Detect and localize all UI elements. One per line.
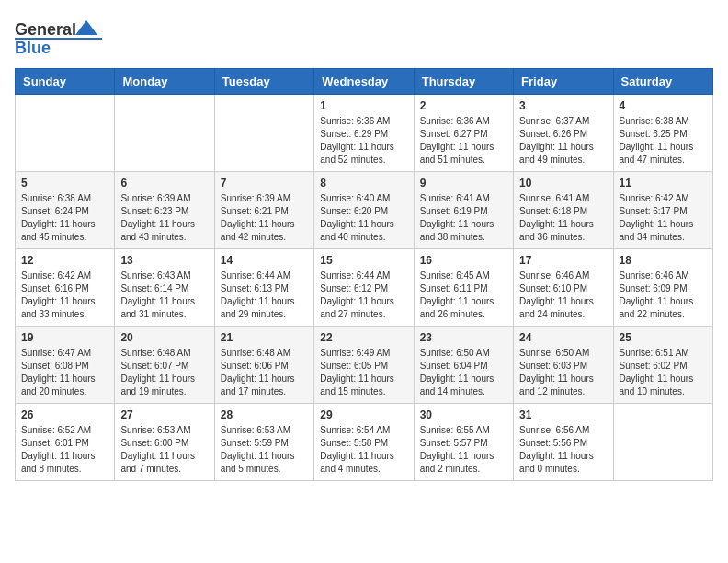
calendar-cell: 25Sunrise: 6:51 AMSunset: 6:02 PMDayligh… [613,327,712,404]
day-info: Sunrise: 6:46 AMSunset: 6:09 PMDaylight:… [620,270,707,321]
day-number: 15 [320,254,407,267]
calendar-cell: 8Sunrise: 6:40 AMSunset: 6:20 PMDaylight… [314,172,414,249]
day-info: Sunrise: 6:41 AMSunset: 6:18 PMDaylight:… [519,192,607,244]
calendar-cell [214,95,313,172]
calendar-cell: 15Sunrise: 6:44 AMSunset: 6:12 PMDayligh… [314,249,414,327]
svg-marker-1 [75,20,97,35]
day-info: Sunrise: 6:36 AMSunset: 6:27 PMDaylight:… [420,115,507,167]
day-info: Sunrise: 6:53 AMSunset: 6:00 PMDaylight:… [120,424,208,476]
day-number: 4 [620,99,707,112]
day-number: 30 [420,408,507,421]
day-info: Sunrise: 6:39 AMSunset: 6:23 PMDaylight:… [120,192,208,244]
day-number: 29 [320,408,407,421]
day-info: Sunrise: 6:47 AMSunset: 6:08 PMDaylight:… [21,347,108,398]
calendar-cell: 23Sunrise: 6:50 AMSunset: 6:04 PMDayligh… [414,327,513,404]
day-number: 22 [320,331,407,344]
day-info: Sunrise: 6:53 AMSunset: 5:59 PMDaylight:… [221,424,308,476]
day-info: Sunrise: 6:39 AMSunset: 6:21 PMDaylight:… [221,192,308,244]
calendar-table: SundayMondayTuesdayWednesdayThursdayFrid… [15,68,713,481]
day-info: Sunrise: 6:44 AMSunset: 6:12 PMDaylight:… [320,270,407,321]
day-number: 12 [21,254,108,267]
day-info: Sunrise: 6:50 AMSunset: 6:03 PMDaylight:… [519,347,607,398]
day-number: 11 [620,177,707,190]
calendar-cell: 2Sunrise: 6:36 AMSunset: 6:27 PMDaylight… [414,95,513,172]
day-number: 9 [420,177,507,190]
day-info: Sunrise: 6:42 AMSunset: 6:16 PMDaylight:… [21,270,108,321]
svg-text:Blue: Blue [15,39,51,57]
calendar-cell: 7Sunrise: 6:39 AMSunset: 6:21 PMDaylight… [214,172,313,249]
calendar-cell: 5Sunrise: 6:38 AMSunset: 6:24 PMDaylight… [16,172,115,249]
day-number: 19 [21,331,108,344]
day-number: 25 [620,331,707,344]
calendar-cell: 27Sunrise: 6:53 AMSunset: 6:00 PMDayligh… [115,404,214,481]
day-number: 17 [519,254,607,267]
day-info: Sunrise: 6:52 AMSunset: 6:01 PMDaylight:… [21,424,108,476]
logo: General Blue [15,15,88,61]
calendar-cell: 14Sunrise: 6:44 AMSunset: 6:13 PMDayligh… [214,249,313,327]
weekday-header-monday: Monday [115,69,214,95]
calendar-cell: 20Sunrise: 6:48 AMSunset: 6:07 PMDayligh… [115,327,214,404]
calendar-week-4: 19Sunrise: 6:47 AMSunset: 6:08 PMDayligh… [16,327,713,404]
calendar-cell: 13Sunrise: 6:43 AMSunset: 6:14 PMDayligh… [115,249,214,327]
calendar-week-5: 26Sunrise: 6:52 AMSunset: 6:01 PMDayligh… [16,404,713,481]
calendar-cell: 9Sunrise: 6:41 AMSunset: 6:19 PMDaylight… [414,172,513,249]
calendar-cell: 3Sunrise: 6:37 AMSunset: 6:26 PMDaylight… [514,95,613,172]
day-number: 13 [120,254,208,267]
calendar-cell [613,404,712,481]
day-number: 7 [221,177,308,190]
calendar-cell: 29Sunrise: 6:54 AMSunset: 5:58 PMDayligh… [314,404,414,481]
calendar-cell: 10Sunrise: 6:41 AMSunset: 6:18 PMDayligh… [514,172,613,249]
calendar-cell: 18Sunrise: 6:46 AMSunset: 6:09 PMDayligh… [613,249,712,327]
calendar-week-3: 12Sunrise: 6:42 AMSunset: 6:16 PMDayligh… [16,249,713,327]
weekday-header-sunday: Sunday [16,69,115,95]
calendar-cell: 24Sunrise: 6:50 AMSunset: 6:03 PMDayligh… [514,327,613,404]
weekday-header-tuesday: Tuesday [214,69,313,95]
calendar-cell: 22Sunrise: 6:49 AMSunset: 6:05 PMDayligh… [314,327,414,404]
day-info: Sunrise: 6:54 AMSunset: 5:58 PMDaylight:… [320,424,407,476]
calendar-cell: 30Sunrise: 6:55 AMSunset: 5:57 PMDayligh… [414,404,513,481]
day-info: Sunrise: 6:46 AMSunset: 6:10 PMDaylight:… [519,270,607,321]
calendar-cell [115,95,214,172]
day-number: 10 [519,177,607,190]
day-number: 2 [420,99,507,112]
calendar-cell: 19Sunrise: 6:47 AMSunset: 6:08 PMDayligh… [16,327,115,404]
weekday-header-wednesday: Wednesday [314,69,414,95]
day-info: Sunrise: 6:48 AMSunset: 6:07 PMDaylight:… [120,347,208,398]
day-number: 3 [519,99,607,112]
day-number: 27 [120,408,208,421]
day-number: 31 [519,408,607,421]
day-number: 1 [320,99,407,112]
day-info: Sunrise: 6:56 AMSunset: 5:56 PMDaylight:… [519,424,607,476]
day-info: Sunrise: 6:49 AMSunset: 6:05 PMDaylight:… [320,347,407,398]
calendar-cell: 28Sunrise: 6:53 AMSunset: 5:59 PMDayligh… [214,404,313,481]
day-info: Sunrise: 6:42 AMSunset: 6:17 PMDaylight:… [620,192,707,244]
calendar-cell: 4Sunrise: 6:38 AMSunset: 6:25 PMDaylight… [613,95,712,172]
day-number: 8 [320,177,407,190]
calendar-cell: 31Sunrise: 6:56 AMSunset: 5:56 PMDayligh… [514,404,613,481]
day-info: Sunrise: 6:40 AMSunset: 6:20 PMDaylight:… [320,192,407,244]
day-info: Sunrise: 6:44 AMSunset: 6:13 PMDaylight:… [221,270,308,321]
calendar-cell: 6Sunrise: 6:39 AMSunset: 6:23 PMDaylight… [115,172,214,249]
day-number: 24 [519,331,607,344]
weekday-header-saturday: Saturday [613,69,712,95]
calendar-cell: 21Sunrise: 6:48 AMSunset: 6:06 PMDayligh… [214,327,313,404]
calendar-cell: 17Sunrise: 6:46 AMSunset: 6:10 PMDayligh… [514,249,613,327]
day-number: 20 [120,331,208,344]
day-number: 18 [620,254,707,267]
page-header: General Blue [15,15,713,61]
day-info: Sunrise: 6:38 AMSunset: 6:24 PMDaylight:… [21,192,108,244]
calendar-week-1: 1Sunrise: 6:36 AMSunset: 6:29 PMDaylight… [16,95,713,172]
day-info: Sunrise: 6:55 AMSunset: 5:57 PMDaylight:… [420,424,507,476]
day-number: 5 [21,177,108,190]
day-number: 16 [420,254,507,267]
day-info: Sunrise: 6:51 AMSunset: 6:02 PMDaylight:… [620,347,707,398]
day-info: Sunrise: 6:37 AMSunset: 6:26 PMDaylight:… [519,115,607,167]
day-info: Sunrise: 6:43 AMSunset: 6:14 PMDaylight:… [120,270,208,321]
weekday-header-friday: Friday [514,69,613,95]
weekday-header-thursday: Thursday [414,69,513,95]
calendar-cell: 11Sunrise: 6:42 AMSunset: 6:17 PMDayligh… [613,172,712,249]
weekday-header-row: SundayMondayTuesdayWednesdayThursdayFrid… [16,69,713,95]
calendar-cell: 1Sunrise: 6:36 AMSunset: 6:29 PMDaylight… [314,95,414,172]
day-info: Sunrise: 6:41 AMSunset: 6:19 PMDaylight:… [420,192,507,244]
day-info: Sunrise: 6:45 AMSunset: 6:11 PMDaylight:… [420,270,507,321]
